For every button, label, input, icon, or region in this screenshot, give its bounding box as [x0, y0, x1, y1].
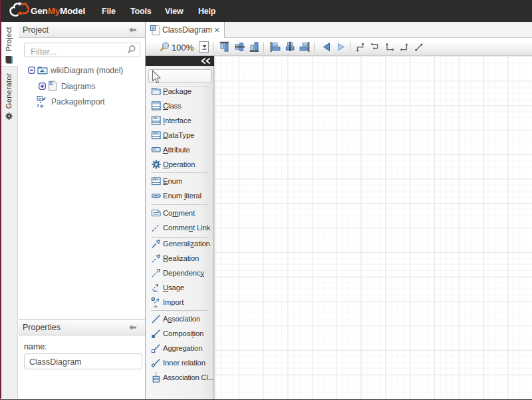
svg-text:‹I›: ‹I› [154, 304, 158, 307]
svg-text:«I»: «I» [153, 116, 158, 120]
svg-text:«D»: «D» [153, 132, 159, 135]
svg-text:«E»: «E» [153, 178, 159, 181]
svg-text:‹u›: ‹u› [153, 289, 158, 293]
svg-text:‹I›: ‹I› [40, 104, 44, 108]
